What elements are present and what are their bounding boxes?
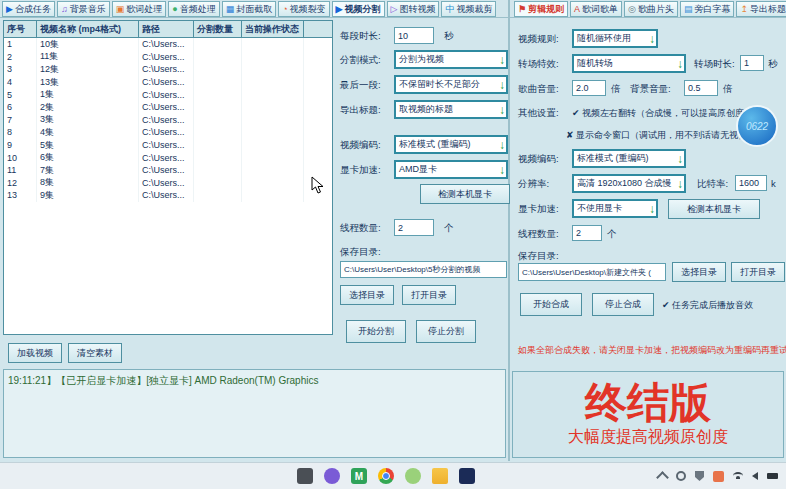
merge-detect-gpu-button[interactable]: 检测本机显卡 (668, 199, 760, 219)
merge-choose-dir-button[interactable]: 选择目录 (672, 262, 726, 282)
bitrate-unit: k (771, 178, 776, 189)
battery-icon[interactable] (767, 473, 778, 479)
cell-name: 2集 (37, 101, 139, 114)
tab-video-split[interactable]: ▶视频分割 (332, 1, 385, 17)
col-header-index[interactable]: 序号 (4, 21, 37, 37)
stop-split-button[interactable]: 停止分割 (416, 320, 476, 343)
dropdown-arrow-icon[interactable]: ↓ (649, 33, 656, 45)
merge-gpu-select[interactable]: 不使用显卡↓ (572, 199, 658, 218)
stop-merge-button[interactable]: 停止合成 (592, 293, 654, 316)
tab-song-intro[interactable]: ◎歌曲片头 (624, 1, 678, 17)
table-row[interactable]: 11 7集 C:\Users... (4, 164, 332, 177)
tray-shield-icon[interactable] (695, 471, 704, 481)
table-row[interactable]: 6 2集 C:\Users... (4, 101, 332, 114)
start-merge-button[interactable]: 开始合成 (520, 293, 582, 316)
clear-materials-button[interactable]: 清空素材 (68, 343, 122, 363)
green-app-icon[interactable] (405, 468, 421, 484)
tray-pin-icon[interactable] (676, 471, 686, 481)
dropdown-arrow-icon[interactable]: ↓ (499, 104, 506, 116)
tab-video-fission[interactable]: ◔视频裂变 (278, 1, 329, 17)
tab-video-crop[interactable]: 中视频裁剪 (441, 1, 496, 17)
dropdown-arrow-icon[interactable]: ↓ (677, 58, 684, 70)
folder-icon[interactable] (432, 468, 448, 484)
merge-encode-select[interactable]: 标准模式 (重编码)↓ (572, 149, 686, 168)
start-button-icon[interactable] (270, 468, 286, 484)
windows-taskbar: M (0, 462, 786, 489)
tab-background-music[interactable]: ♫背景音乐 (57, 1, 110, 17)
tab-lyrics-processing[interactable]: ▣歌词处理 (112, 1, 167, 17)
transition-time-input[interactable]: 1 (740, 55, 764, 71)
col-header-status[interactable]: 当前操作状态 (242, 21, 304, 37)
user-app-icon[interactable] (324, 468, 340, 484)
table-row[interactable]: 7 3集 C:\Users... (4, 114, 332, 127)
transition-select[interactable]: 随机转场↓ (572, 54, 686, 73)
detect-gpu-button[interactable]: 检测本机显卡 (420, 184, 510, 204)
video-app-icon[interactable] (459, 468, 475, 484)
tab-lyrics-playlist[interactable]: A歌词歌单 (570, 1, 622, 17)
table-row[interactable]: 9 5集 C:\Users... (4, 139, 332, 152)
log-panel[interactable]: 19:11:21】【已开启显卡加速】[独立显卡] AMD Radeon(TM) … (3, 369, 506, 458)
video-encode-select[interactable]: 标准模式 (重编码)↓ (394, 135, 508, 154)
tab-audio-processing[interactable]: ●音频处理 (168, 1, 219, 17)
flip-video-checkbox[interactable]: ✔ 视频左右翻转（合成慢，可以提高原创度） (572, 107, 753, 120)
tab-narration-subtitle[interactable]: ▤旁白字幕 (680, 1, 735, 17)
table-row[interactable]: 5 1集 C:\Users... (4, 88, 332, 101)
tab-export-title[interactable]: ↥导出标题 (736, 1, 786, 17)
tray-chevron-up-icon[interactable] (656, 471, 669, 484)
cell-path: C:\Users... (139, 63, 194, 76)
video-rule-select[interactable]: 随机循环使用↓ (572, 29, 658, 48)
dropdown-arrow-icon[interactable]: ↓ (677, 153, 684, 165)
tab-cover-capture[interactable]: ▦封面截取 (222, 1, 277, 17)
bitrate-input[interactable]: 1600 (735, 175, 767, 191)
cell-name: 1集 (37, 88, 139, 101)
table-row[interactable]: 13 9集 C:\Users... (4, 189, 332, 202)
tab-edit-rules[interactable]: ⚑剪辑规则 (514, 1, 568, 17)
table-row[interactable]: 12 8集 C:\Users... (4, 177, 332, 190)
tray-app-icon[interactable] (713, 471, 724, 482)
col-header-split-count[interactable]: 分割数量 (194, 21, 242, 37)
table-row[interactable]: 1 10集 C:\Users... (4, 38, 332, 51)
dropdown-arrow-icon[interactable]: ↓ (499, 139, 506, 151)
save-dir-input[interactable]: C:\Users\User\Desktop\5秒分割的视频 (340, 261, 507, 278)
show-cmd-checkbox[interactable]: ✘ 显示命令窗口（调试用，用不到话请无视） (566, 129, 747, 142)
table-row[interactable]: 8 4集 C:\Users... (4, 126, 332, 139)
dropdown-arrow-icon[interactable]: ↓ (499, 79, 506, 91)
load-videos-button[interactable]: 加载视频 (8, 343, 62, 363)
volume-icon[interactable] (752, 472, 758, 480)
dropdown-arrow-icon[interactable]: ↓ (649, 203, 656, 215)
video-list-table[interactable]: 序号 视频名称 (mp4格式) 路径 分割数量 当前操作状态 1 10集 C:\… (3, 20, 333, 335)
bg-volume-input[interactable]: 0.5 (684, 80, 718, 96)
start-split-button[interactable]: 开始分割 (346, 320, 406, 343)
table-row[interactable]: 4 13集 C:\Users... (4, 76, 332, 89)
dropdown-arrow-icon[interactable]: ↓ (677, 178, 684, 190)
dropdown-arrow-icon[interactable]: ↓ (499, 164, 506, 176)
threads-input[interactable]: 2 (394, 219, 434, 236)
merge-save-dir-input[interactable]: C:\Users\User\Desktop\新建文件夹 ( (518, 263, 666, 281)
cell-blank (304, 38, 332, 51)
merge-threads-input[interactable]: 2 (572, 225, 602, 241)
wifi-icon[interactable] (733, 472, 743, 480)
merge-open-dir-button[interactable]: 打开目录 (731, 262, 785, 282)
table-row[interactable]: 2 11集 C:\Users... (4, 51, 332, 64)
mail-app-icon[interactable]: M (351, 468, 367, 484)
segment-duration-input[interactable]: 10 (394, 27, 434, 44)
chrome-icon[interactable] (378, 468, 394, 484)
col-header-path[interactable]: 路径 (139, 21, 194, 37)
play-sound-checkbox[interactable]: ✔ 任务完成后播放音效 (662, 299, 753, 312)
open-dir-button[interactable]: 打开目录 (402, 285, 456, 305)
song-volume-input[interactable]: 2.0 (572, 80, 606, 96)
export-title-select[interactable]: 取视频的标题↓ (394, 100, 508, 119)
dropdown-arrow-icon[interactable]: ↓ (499, 54, 506, 66)
panel-divider (508, 0, 510, 461)
split-mode-select[interactable]: 分割为视频↓ (394, 50, 508, 69)
gpu-accel-select[interactable]: AMD显卡↓ (394, 160, 508, 179)
choose-dir-button[interactable]: 选择目录 (340, 285, 394, 305)
tab-image-to-video[interactable]: ▷图转视频 (387, 1, 440, 17)
table-row[interactable]: 10 6集 C:\Users... (4, 151, 332, 164)
file-explorer-icon[interactable] (297, 468, 313, 484)
tab-compose-task[interactable]: ▶合成任务 (2, 1, 55, 17)
resolution-select[interactable]: 高清 1920x1080 合成慢↓ (572, 174, 686, 193)
last-segment-select[interactable]: 不保留时长不足部分↓ (394, 75, 508, 94)
col-header-name[interactable]: 视频名称 (mp4格式) (37, 21, 139, 37)
table-row[interactable]: 3 12集 C:\Users... (4, 63, 332, 76)
